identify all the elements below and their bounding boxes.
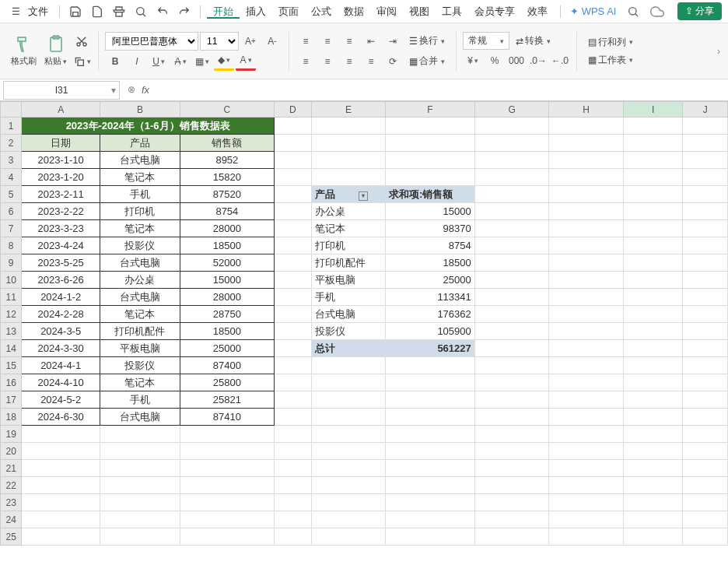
cell-B16[interactable]: 笔记本	[100, 374, 180, 391]
justify-icon[interactable]: ≡	[361, 52, 381, 71]
cell-B23[interactable]	[100, 494, 180, 511]
col-header-D[interactable]: D	[274, 102, 311, 118]
cell-E19[interactable]	[311, 426, 385, 443]
share-button[interactable]: ⇪ 分享	[677, 2, 722, 20]
cloud-icon[interactable]	[648, 2, 667, 21]
cell-H7[interactable]	[549, 220, 624, 237]
cell-H1[interactable]	[549, 118, 624, 135]
row-header-7[interactable]: 7	[1, 220, 22, 237]
cell-E8[interactable]: 打印机	[311, 237, 385, 254]
cell-C18[interactable]: 87410	[180, 409, 274, 426]
cell-F21[interactable]	[385, 460, 474, 477]
tab-开始[interactable]: 开始	[207, 5, 240, 19]
cell-G15[interactable]	[474, 357, 549, 374]
cell-H15[interactable]	[549, 357, 624, 374]
cell-J7[interactable]	[683, 220, 728, 237]
dec-inc-icon[interactable]: .0→	[528, 51, 548, 70]
cell-E10[interactable]: 平板电脑	[311, 272, 385, 289]
row-col-button[interactable]: ▤ 行和列▾	[583, 34, 638, 51]
cell-A5[interactable]: 2023-2-11	[22, 186, 100, 203]
cell-G22[interactable]	[474, 477, 549, 494]
italic-icon[interactable]: I	[127, 52, 147, 71]
row-header-2[interactable]: 2	[1, 135, 22, 152]
cell-J16[interactable]	[683, 374, 728, 391]
row-header-20[interactable]: 20	[1, 443, 22, 460]
cell-H23[interactable]	[549, 494, 624, 511]
cell-A14[interactable]: 2024-3-30	[22, 340, 100, 357]
cell-C17[interactable]: 25821	[180, 391, 274, 409]
cell-F2[interactable]	[385, 135, 474, 152]
cell-A24[interactable]	[22, 511, 100, 528]
cell-E18[interactable]	[311, 409, 385, 426]
cell-H18[interactable]	[549, 409, 624, 426]
cell-G10[interactable]	[474, 272, 549, 289]
cell-C22[interactable]	[180, 477, 274, 494]
wps-ai-button[interactable]: ✦ WPS AI	[570, 5, 616, 17]
cell-H12[interactable]	[549, 306, 624, 323]
cell-C4[interactable]: 15820	[180, 169, 274, 186]
cell-E5[interactable]: 产品▾	[311, 186, 385, 203]
cell-F6[interactable]: 15000	[385, 203, 474, 220]
cell-E13[interactable]: 投影仪	[311, 323, 385, 340]
orientation-icon[interactable]: ⟳	[383, 52, 403, 71]
cell-E14[interactable]: 总计	[311, 340, 385, 357]
cell-F5[interactable]: 求和项:销售额	[385, 186, 474, 203]
cell-F11[interactable]: 113341	[385, 289, 474, 306]
cell-B14[interactable]: 平板电脑	[100, 340, 180, 357]
cell-C13[interactable]: 18500	[180, 323, 274, 340]
cell-J23[interactable]	[683, 494, 728, 511]
cell-F7[interactable]: 98370	[385, 220, 474, 237]
cell-G12[interactable]	[474, 306, 549, 323]
cell-G18[interactable]	[474, 409, 549, 426]
cell-E17[interactable]	[311, 391, 385, 409]
cell-A22[interactable]	[22, 477, 100, 494]
cell-I7[interactable]	[623, 220, 683, 237]
align-left-icon[interactable]: ≡	[296, 52, 316, 71]
cell-I14[interactable]	[623, 340, 683, 357]
preview-icon[interactable]	[131, 2, 150, 21]
cell-D2[interactable]	[274, 135, 311, 152]
cell-I9[interactable]	[623, 254, 683, 272]
cell-J24[interactable]	[683, 511, 728, 528]
align-bottom-icon[interactable]: ≡	[339, 32, 359, 51]
cell-J13[interactable]	[683, 323, 728, 340]
cell-C7[interactable]: 28000	[180, 220, 274, 237]
cell-G17[interactable]	[474, 391, 549, 409]
cell-C14[interactable]: 25000	[180, 340, 274, 357]
row-header-15[interactable]: 15	[1, 357, 22, 374]
cell-C10[interactable]: 15000	[180, 272, 274, 289]
cell-C25[interactable]	[180, 528, 274, 546]
cell-B17[interactable]: 手机	[100, 391, 180, 409]
cell-J17[interactable]	[683, 391, 728, 409]
cell-H17[interactable]	[549, 391, 624, 409]
cell-D7[interactable]	[274, 220, 311, 237]
cell-G7[interactable]	[474, 220, 549, 237]
redo-icon[interactable]	[175, 2, 194, 21]
cell-F22[interactable]	[385, 477, 474, 494]
cell-D23[interactable]	[274, 494, 311, 511]
cell-D10[interactable]	[274, 272, 311, 289]
cell-D14[interactable]	[274, 340, 311, 357]
comma-icon[interactable]: 000	[506, 51, 527, 70]
cell-H5[interactable]	[549, 186, 624, 203]
cell-J10[interactable]	[683, 272, 728, 289]
row-header-23[interactable]: 23	[1, 494, 22, 511]
cell-F17[interactable]	[385, 391, 474, 409]
cell-A9[interactable]: 2023-5-25	[22, 254, 100, 272]
cell-G25[interactable]	[474, 528, 549, 546]
cell-J15[interactable]	[683, 357, 728, 374]
cell-H24[interactable]	[549, 511, 624, 528]
merge-button[interactable]: ▦ 合并▾	[404, 52, 450, 71]
cell-I1[interactable]	[623, 118, 683, 135]
cell-A3[interactable]: 2023-1-10	[22, 152, 100, 169]
cell-A8[interactable]: 2023-4-24	[22, 237, 100, 254]
search-icon[interactable]	[624, 2, 642, 21]
menu-icon[interactable]: ☰	[6, 2, 25, 21]
row-header-17[interactable]: 17	[1, 391, 22, 409]
cell-A16[interactable]: 2024-4-10	[22, 374, 100, 391]
col-header-F[interactable]: F	[385, 102, 474, 118]
cell-E12[interactable]: 台式电脑	[311, 306, 385, 323]
cell-A4[interactable]: 2023-1-20	[22, 169, 100, 186]
cell-D9[interactable]	[274, 254, 311, 272]
cell-F10[interactable]: 25000	[385, 272, 474, 289]
